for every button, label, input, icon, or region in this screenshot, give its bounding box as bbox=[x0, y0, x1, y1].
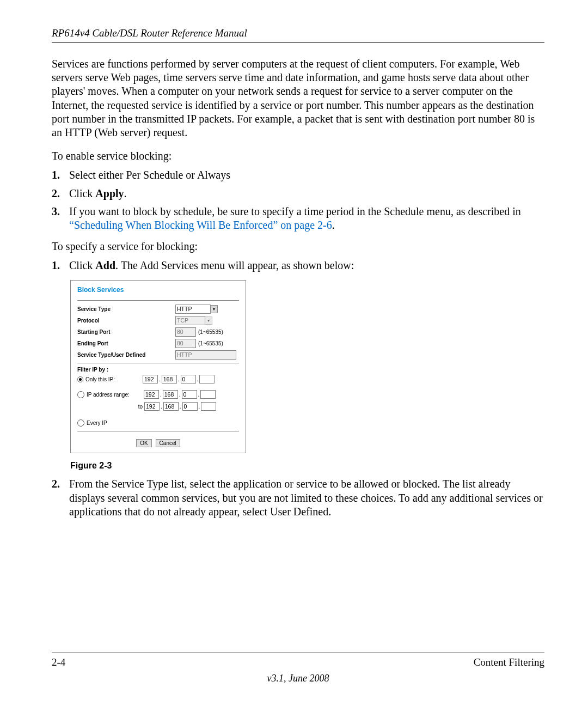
button-row: OK Cancel bbox=[77, 439, 239, 447]
radio-ip-range-to-row: to 192. 168. 0. bbox=[77, 401, 239, 411]
radio-only-label: Only this IP: bbox=[85, 376, 143, 382]
specify-lead: To specify a service for blocking: bbox=[52, 240, 544, 253]
list-text: From the Service Type list, select the a… bbox=[69, 477, 544, 519]
list-number: 2. bbox=[52, 187, 69, 200]
starting-port-input: 80 bbox=[175, 327, 196, 337]
intro-paragraph: Services are functions performed by serv… bbox=[52, 57, 544, 139]
radio-only-this-ip[interactable] bbox=[77, 376, 83, 382]
list-item: 2. Click Apply. bbox=[52, 187, 544, 200]
radio-ip-range-row: IP address range: 192. 168. 0. bbox=[77, 389, 239, 399]
label-service-type: Service Type bbox=[77, 306, 175, 312]
list-number: 1. bbox=[52, 168, 69, 182]
block-services-panel: Block Services Service Type HTTP▾ Protoc… bbox=[70, 280, 246, 453]
footer-rule bbox=[52, 653, 544, 653]
apply-word: Apply bbox=[95, 187, 124, 199]
list-text: Select either Per Schedule or Always bbox=[69, 168, 544, 182]
list-text: If you want to block by schedule, be sur… bbox=[69, 205, 544, 232]
user-defined-input: HTTP bbox=[175, 350, 236, 360]
chevron-down-icon: ▾ bbox=[205, 317, 212, 325]
ip-octet-input[interactable]: 168 bbox=[162, 375, 177, 384]
row-service-type: Service Type HTTP▾ bbox=[77, 304, 239, 314]
version-line: v3.1, June 2008 bbox=[52, 673, 544, 684]
ip-octet-input[interactable]: 168 bbox=[163, 390, 178, 399]
to-label: to bbox=[133, 404, 144, 410]
enable-list: 1. Select either Per Schedule or Always … bbox=[52, 168, 544, 232]
radio-only-this-ip-row: Only this IP: 192. 168. 0. bbox=[77, 374, 239, 384]
radio-every-ip-row: Every IP bbox=[77, 418, 239, 428]
section-name: Content Filtering bbox=[474, 656, 544, 668]
panel-title: Block Services bbox=[77, 286, 239, 294]
list-item: 1. Select either Per Schedule or Always bbox=[52, 168, 544, 182]
range-to-group: 192. 168. 0. bbox=[144, 402, 216, 411]
add-word: Add bbox=[95, 259, 115, 271]
port-range-hint: (1~65535) bbox=[198, 329, 223, 335]
chevron-down-icon[interactable]: ▾ bbox=[210, 305, 218, 313]
figure-wrap: Block Services Service Type HTTP▾ Protoc… bbox=[70, 280, 544, 453]
list-text: Click Add. The Add Services menu will ap… bbox=[69, 259, 544, 272]
filter-ip-label: Filter IP by : bbox=[77, 367, 239, 373]
label-user-defined: Service Type/User Defined bbox=[77, 352, 175, 358]
specify-list: 1. Click Add. The Add Services menu will… bbox=[52, 259, 544, 272]
cancel-button[interactable]: Cancel bbox=[156, 439, 180, 447]
page-footer: 2-4 Content Filtering v3.1, June 2008 bbox=[52, 653, 544, 684]
row-ending-port: Ending Port 80 (1~65535) bbox=[77, 338, 239, 348]
header-rule bbox=[52, 42, 544, 43]
list-item: 3. If you want to block by schedule, be … bbox=[52, 205, 544, 232]
only-ip-group: 192. 168. 0. bbox=[143, 375, 215, 384]
ip-octet-input[interactable]: 192 bbox=[144, 402, 160, 411]
list-number: 2. bbox=[52, 477, 69, 519]
ip-octet-input[interactable]: 192 bbox=[143, 375, 158, 384]
list-item: 2. From the Service Type list, select th… bbox=[52, 477, 544, 519]
row-protocol: Protocol TCP▾ bbox=[77, 315, 239, 325]
label-starting-port: Starting Port bbox=[77, 329, 175, 335]
panel-rule bbox=[77, 300, 239, 301]
ending-port-input: 80 bbox=[175, 339, 196, 348]
list-number: 3. bbox=[52, 205, 69, 232]
ok-button[interactable]: OK bbox=[136, 439, 151, 447]
specify-list-continued: 2. From the Service Type list, select th… bbox=[52, 477, 544, 519]
panel-rule bbox=[77, 363, 239, 363]
ip-octet-input[interactable] bbox=[200, 390, 216, 399]
protocol-select: TCP bbox=[175, 316, 205, 325]
figure-caption: Figure 2-3 bbox=[70, 461, 544, 471]
radio-every-label: Every IP bbox=[87, 420, 144, 426]
label-ending-port: Ending Port bbox=[77, 340, 175, 346]
service-type-select[interactable]: HTTP bbox=[175, 305, 211, 314]
radio-ip-range[interactable] bbox=[77, 391, 84, 398]
ip-octet-input[interactable]: 168 bbox=[163, 402, 179, 411]
radio-every-ip[interactable] bbox=[77, 419, 84, 427]
ip-octet-input[interactable]: 192 bbox=[144, 390, 159, 399]
port-range-hint: (1~65535) bbox=[198, 340, 223, 346]
ip-octet-input[interactable] bbox=[199, 375, 215, 384]
radio-range-label: IP address range: bbox=[87, 392, 144, 398]
list-item: 1. Click Add. The Add Services menu will… bbox=[52, 259, 544, 272]
row-user-defined: Service Type/User Defined HTTP bbox=[77, 350, 239, 360]
label-protocol: Protocol bbox=[77, 318, 175, 324]
enable-lead: To enable service blocking: bbox=[52, 149, 544, 163]
ip-octet-input[interactable] bbox=[201, 402, 216, 411]
page-number: 2-4 bbox=[52, 656, 65, 668]
ip-octet-input[interactable]: 0 bbox=[181, 375, 196, 384]
ip-octet-input[interactable]: 0 bbox=[182, 402, 198, 411]
range-from-group: 192. 168. 0. bbox=[144, 390, 216, 399]
row-starting-port: Starting Port 80 (1~65535) bbox=[77, 327, 239, 337]
page-header: RP614v4 Cable/DSL Router Reference Manua… bbox=[52, 27, 544, 39]
ip-octet-input[interactable]: 0 bbox=[182, 390, 197, 399]
schedule-link[interactable]: “Scheduling When Blocking Will Be Enforc… bbox=[69, 219, 332, 231]
list-number: 1. bbox=[52, 259, 69, 272]
list-text: Click Apply. bbox=[69, 187, 544, 200]
panel-rule bbox=[77, 431, 239, 431]
